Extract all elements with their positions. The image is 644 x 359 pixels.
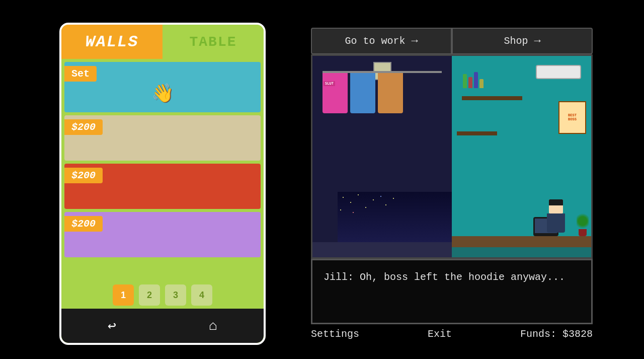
city-lights: [338, 192, 452, 242]
floor-right: [452, 247, 591, 257]
cursor-icon: 👋: [151, 83, 174, 105]
char-body: [547, 213, 565, 233]
plant-pot: [579, 229, 587, 236]
page-btn-2[interactable]: 2: [139, 284, 160, 306]
item-row-4[interactable]: $200: [64, 212, 261, 257]
shelf-mid: [457, 131, 497, 135]
shirt-label: SLUT: [324, 81, 335, 86]
dialog-text: Jill: Oh, boss left the hoodie anyway...: [324, 269, 580, 285]
plant: [577, 211, 589, 236]
shop-label: Shop: [504, 35, 528, 47]
tab-walls[interactable]: WALLS: [61, 25, 163, 59]
set-badge: Set: [64, 66, 97, 82]
plant-leaves: [577, 212, 589, 230]
go-to-work-label: Go to work: [345, 35, 405, 47]
top-buttons: Go to work → Shop →: [311, 28, 593, 54]
nav-bar: ↩ ⌂: [61, 309, 264, 343]
price-badge-4: $200: [64, 216, 103, 232]
floor-left: [312, 242, 452, 257]
dialog-box: Jill: Oh, boss left the hoodie anyway...: [311, 259, 593, 324]
funds-display: Funds: $3828: [520, 328, 593, 340]
item-list: Set 👋 $200 $200 $200: [61, 59, 264, 280]
item-row-2[interactable]: $200: [64, 115, 261, 161]
page-btn-1[interactable]: 1: [113, 284, 134, 306]
price-badge-3: $200: [64, 168, 103, 183]
exit-button[interactable]: Exit: [428, 328, 452, 340]
shop-button[interactable]: Shop →: [452, 28, 593, 54]
settings-button[interactable]: Settings: [311, 328, 359, 340]
item-row-3[interactable]: $200: [64, 164, 261, 209]
bottom-bar: Settings Exit Funds: $3828: [311, 324, 593, 340]
item-row-1[interactable]: Set 👋: [64, 62, 261, 112]
price-badge-2: $200: [64, 119, 103, 135]
pagination: 1 2 3 4: [61, 280, 264, 309]
right-panel: Go to work → Shop → SLUT: [311, 28, 593, 340]
clothes-item-3: [378, 73, 403, 113]
left-panel: WALLS TABLE Set 👋 $200 $200 $200 1 2 3 4…: [59, 23, 266, 345]
room-right: BESTBOSS: [452, 56, 591, 257]
shelf-top: [462, 96, 522, 100]
poster-best-boss: BESTBOSS: [558, 101, 586, 134]
shop-arrow: →: [534, 35, 540, 47]
clothes-item-1: [323, 73, 348, 113]
char-head: [549, 199, 563, 213]
tab-table[interactable]: TABLE: [163, 25, 264, 59]
clothes-item-2: [350, 73, 375, 113]
go-to-work-button[interactable]: Go to work →: [311, 28, 452, 54]
go-to-work-arrow: →: [411, 35, 418, 47]
bottles: [463, 72, 484, 88]
home-icon[interactable]: ⌂: [209, 318, 217, 334]
header-tabs: WALLS TABLE: [61, 25, 264, 59]
city-background: [338, 192, 452, 242]
game-scene: SLUT: [311, 54, 593, 259]
room-left: SLUT: [312, 56, 452, 257]
char-hair: [549, 199, 563, 205]
desk: [452, 236, 591, 247]
back-icon[interactable]: ↩: [108, 317, 116, 334]
ac-unit: [536, 65, 581, 79]
page-btn-3[interactable]: 3: [165, 284, 186, 306]
page-btn-4[interactable]: 4: [191, 284, 212, 306]
